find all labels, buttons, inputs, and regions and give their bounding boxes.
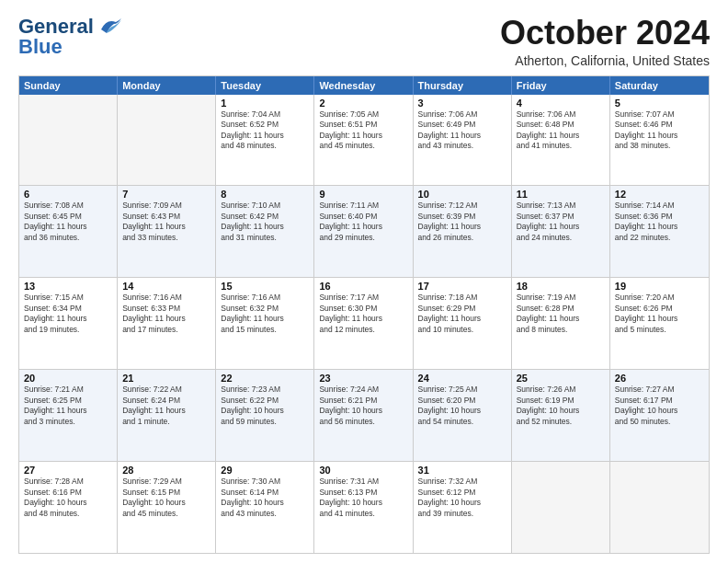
cell-info-line: Sunrise: 7:30 AM: [221, 477, 309, 487]
calendar-cell: 9Sunrise: 7:11 AMSunset: 6:40 PMDaylight…: [314, 186, 413, 277]
cell-info-line: Sunrise: 7:08 AM: [24, 201, 112, 211]
calendar-cell: 29Sunrise: 7:30 AMSunset: 6:14 PMDayligh…: [216, 462, 314, 553]
calendar-cell: 4Sunrise: 7:06 AMSunset: 6:48 PMDaylight…: [512, 95, 610, 186]
cell-info-line: and 45 minutes.: [122, 509, 210, 519]
calendar-cell: 23Sunrise: 7:24 AMSunset: 6:21 PMDayligh…: [314, 370, 413, 461]
cell-info-line: and 56 minutes.: [319, 417, 407, 427]
cell-info-line: Sunset: 6:19 PM: [517, 396, 605, 406]
day-number: 2: [319, 98, 407, 109]
day-number: 21: [122, 373, 210, 384]
cell-info-line: Daylight: 11 hours: [615, 131, 704, 141]
calendar-body: 1Sunrise: 7:04 AMSunset: 6:52 PMDaylight…: [19, 95, 709, 553]
cell-info-line: Sunset: 6:24 PM: [122, 396, 210, 406]
cell-info-line: Sunset: 6:34 PM: [24, 304, 112, 314]
cell-info-line: Daylight: 11 hours: [319, 314, 407, 324]
cell-info-line: Daylight: 10 hours: [418, 498, 506, 508]
cell-info-line: Sunset: 6:36 PM: [615, 212, 704, 222]
cell-info-line: Sunset: 6:12 PM: [418, 488, 506, 498]
calendar-week-4: 20Sunrise: 7:21 AMSunset: 6:25 PMDayligh…: [19, 370, 709, 462]
day-number: 28: [122, 465, 210, 476]
calendar-cell: 26Sunrise: 7:27 AMSunset: 6:17 PMDayligh…: [610, 370, 709, 461]
cell-info-line: and 15 minutes.: [221, 325, 309, 335]
day-number: 25: [517, 373, 605, 384]
logo-bird-icon: [97, 17, 123, 37]
cell-info-line: and 54 minutes.: [418, 417, 506, 427]
cell-info-line: Daylight: 11 hours: [24, 222, 112, 232]
day-number: 16: [319, 281, 407, 292]
day-number: 23: [319, 373, 407, 384]
day-number: 19: [615, 281, 704, 292]
cell-info-line: Sunrise: 7:16 AM: [221, 293, 309, 303]
calendar-cell: 24Sunrise: 7:25 AMSunset: 6:20 PMDayligh…: [414, 370, 512, 461]
cell-info-line: Sunrise: 7:15 AM: [24, 293, 112, 303]
cell-info-line: Daylight: 10 hours: [122, 498, 210, 508]
cell-info-line: and 22 minutes.: [615, 233, 704, 243]
header-thursday: Thursday: [414, 76, 512, 95]
cell-info-line: Daylight: 11 hours: [24, 314, 112, 324]
cell-info-line: Daylight: 10 hours: [418, 406, 506, 416]
calendar-cell: 6Sunrise: 7:08 AMSunset: 6:45 PMDaylight…: [19, 186, 118, 277]
header-sunday: Sunday: [19, 76, 118, 95]
cell-info-line: and 43 minutes.: [221, 509, 309, 519]
header: General Blue October 2024 Atherton, Cali…: [18, 15, 710, 68]
day-number: 5: [615, 98, 704, 109]
cell-info-line: Sunset: 6:51 PM: [319, 120, 407, 130]
cell-info-line: and 26 minutes.: [418, 233, 506, 243]
cell-info-line: Daylight: 10 hours: [221, 498, 309, 508]
title-section: October 2024 Atherton, California, Unite…: [500, 15, 710, 68]
cell-info-line: Sunset: 6:26 PM: [615, 304, 704, 314]
day-number: 20: [24, 373, 112, 384]
cell-info-line: Sunrise: 7:20 AM: [615, 293, 704, 303]
calendar-cell: 8Sunrise: 7:10 AMSunset: 6:42 PMDaylight…: [216, 186, 314, 277]
cell-info-line: and 50 minutes.: [615, 417, 704, 427]
calendar-cell: 16Sunrise: 7:17 AMSunset: 6:30 PMDayligh…: [314, 278, 413, 369]
cell-info-line: Sunrise: 7:25 AM: [418, 385, 506, 395]
day-number: 30: [319, 465, 407, 476]
cell-info-line: and 45 minutes.: [319, 141, 407, 151]
cell-info-line: and 39 minutes.: [418, 509, 506, 519]
cell-info-line: Sunset: 6:37 PM: [517, 212, 605, 222]
cell-info-line: Sunrise: 7:23 AM: [221, 385, 309, 395]
day-number: 7: [122, 189, 210, 200]
cell-info-line: Sunset: 6:42 PM: [221, 212, 309, 222]
calendar-cell: 2Sunrise: 7:05 AMSunset: 6:51 PMDaylight…: [314, 95, 413, 186]
cell-info-line: Daylight: 10 hours: [319, 498, 407, 508]
cell-info-line: Sunrise: 7:19 AM: [517, 293, 605, 303]
calendar-cell: 12Sunrise: 7:14 AMSunset: 6:36 PMDayligh…: [610, 186, 709, 277]
calendar-cell: 10Sunrise: 7:12 AMSunset: 6:39 PMDayligh…: [414, 186, 512, 277]
cell-info-line: Sunset: 6:20 PM: [418, 396, 506, 406]
header-tuesday: Tuesday: [216, 76, 314, 95]
cell-info-line: Sunrise: 7:10 AM: [221, 201, 309, 211]
cell-info-line: Sunrise: 7:18 AM: [418, 293, 506, 303]
calendar-week-1: 1Sunrise: 7:04 AMSunset: 6:52 PMDaylight…: [19, 95, 709, 187]
cell-info-line: and 52 minutes.: [517, 417, 605, 427]
calendar-cell: 30Sunrise: 7:31 AMSunset: 6:13 PMDayligh…: [314, 462, 413, 553]
cell-info-line: Sunrise: 7:29 AM: [122, 477, 210, 487]
cell-info-line: Sunrise: 7:06 AM: [418, 109, 506, 120]
calendar-cell: 18Sunrise: 7:19 AMSunset: 6:28 PMDayligh…: [512, 278, 610, 369]
cell-info-line: Sunset: 6:14 PM: [221, 488, 309, 498]
cell-info-line: and 36 minutes.: [24, 233, 112, 243]
cell-info-line: and 8 minutes.: [517, 325, 605, 335]
cell-info-line: Sunrise: 7:27 AM: [615, 385, 704, 395]
cell-info-line: Sunset: 6:39 PM: [418, 212, 506, 222]
day-number: 6: [24, 189, 112, 200]
calendar-cell: 13Sunrise: 7:15 AMSunset: 6:34 PMDayligh…: [19, 278, 118, 369]
day-number: 1: [221, 98, 309, 109]
cell-info-line: Sunset: 6:29 PM: [418, 304, 506, 314]
cell-info-line: Sunrise: 7:07 AM: [615, 109, 704, 120]
cell-info-line: and 41 minutes.: [517, 141, 605, 151]
header-wednesday: Wednesday: [314, 76, 413, 95]
calendar-cell: 25Sunrise: 7:26 AMSunset: 6:19 PMDayligh…: [512, 370, 610, 461]
cell-info-line: Sunset: 6:30 PM: [319, 304, 407, 314]
cell-info-line: Sunset: 6:21 PM: [319, 396, 407, 406]
calendar-cell: 19Sunrise: 7:20 AMSunset: 6:26 PMDayligh…: [610, 278, 709, 369]
day-number: 17: [418, 281, 506, 292]
cell-info-line: and 38 minutes.: [615, 141, 704, 151]
calendar-cell: 22Sunrise: 7:23 AMSunset: 6:22 PMDayligh…: [216, 370, 314, 461]
calendar-cell: 14Sunrise: 7:16 AMSunset: 6:33 PMDayligh…: [118, 278, 216, 369]
cell-info-line: Daylight: 11 hours: [319, 131, 407, 141]
cell-info-line: Sunrise: 7:13 AM: [517, 201, 605, 211]
day-number: 13: [24, 281, 112, 292]
cell-info-line: Sunset: 6:32 PM: [221, 304, 309, 314]
